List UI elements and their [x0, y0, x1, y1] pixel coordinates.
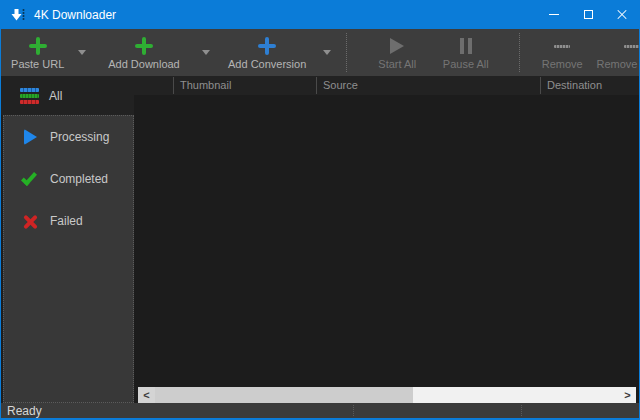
paste-url-dropdown-button[interactable]	[68, 29, 96, 76]
minimize-icon	[549, 14, 559, 15]
download-list-empty	[134, 95, 639, 387]
chevron-down-icon	[78, 50, 86, 55]
start-all-button[interactable]: Start All	[369, 29, 426, 76]
close-button[interactable]	[605, 0, 639, 29]
sidebar-filter-panel: Processing Completed Failed	[3, 115, 134, 403]
close-icon	[616, 9, 628, 21]
minus-icon	[624, 45, 639, 48]
remove-completed-button[interactable]: Remove	[595, 29, 639, 76]
add-conversion-label: Add Conversion	[228, 58, 306, 70]
chevron-down-icon	[202, 50, 210, 55]
pause-all-label: Pause All	[443, 58, 489, 70]
add-download-label: Add Download	[108, 58, 180, 70]
sidebar-item-label: Processing	[50, 130, 109, 144]
horizontal-scrollbar[interactable]: < >	[138, 387, 636, 403]
start-all-label: Start All	[378, 58, 416, 70]
add-conversion-button[interactable]: Add Conversion	[228, 29, 307, 76]
add-conversion-dropdown-button[interactable]	[313, 29, 341, 76]
sidebar-item-label: Completed	[50, 172, 108, 186]
plus-icon	[29, 37, 47, 55]
sidebar-item-processing[interactable]: Processing	[4, 116, 133, 158]
window-controls	[537, 0, 639, 29]
statusbar: Ready	[1, 403, 639, 418]
statusbar-divider	[521, 405, 522, 416]
paste-url-label: Paste URL	[11, 58, 64, 70]
column-header-source[interactable]: Source	[316, 77, 358, 94]
remove-button[interactable]: Remove	[536, 29, 590, 76]
sidebar-item-label: Failed	[50, 214, 83, 228]
column-headers: Thumbnail Source Destination	[134, 76, 639, 95]
maximize-icon	[584, 10, 593, 19]
column-header-destination[interactable]: Destination	[540, 77, 602, 94]
toolbar-separator	[519, 33, 520, 72]
toolbar-separator	[346, 33, 347, 72]
download-list-area: Thumbnail Source Destination < >	[134, 76, 639, 403]
sidebar-item-all[interactable]: All	[1, 76, 134, 115]
pause-all-button[interactable]: Pause All	[437, 29, 494, 76]
add-download-dropdown-button[interactable]	[192, 29, 220, 76]
paste-url-button[interactable]: Paste URL	[7, 29, 68, 76]
statusbar-divider	[353, 405, 354, 416]
failed-x-icon	[23, 214, 38, 229]
scroll-right-arrow[interactable]: >	[619, 387, 636, 403]
scroll-left-arrow[interactable]: <	[138, 387, 155, 403]
titlebar: 4K Downloader	[1, 0, 639, 29]
processing-play-icon	[24, 129, 37, 145]
column-header-thumbnail[interactable]: Thumbnail	[173, 77, 231, 94]
scrollbar-track[interactable]	[413, 387, 619, 403]
status-message: Ready	[1, 404, 42, 418]
sidebar-item-failed[interactable]: Failed	[4, 200, 133, 242]
add-download-button[interactable]: Add Download	[108, 29, 180, 76]
app-window: 4K Downloader Paste URL Add Download Add…	[0, 0, 640, 420]
plus-icon	[135, 37, 153, 55]
minimize-button[interactable]	[537, 0, 571, 29]
sidebar: All Processing Completed Failed	[1, 76, 134, 403]
chevron-down-icon	[323, 50, 331, 55]
minus-icon	[554, 45, 570, 48]
scrollbar-thumb[interactable]	[155, 387, 413, 403]
app-logo-download-arrow-icon	[10, 7, 26, 23]
body: All Processing Completed Failed	[1, 76, 639, 403]
remove-label: Remove	[542, 58, 583, 70]
sidebar-item-completed[interactable]: Completed	[4, 158, 133, 200]
toolbar: Paste URL Add Download Add Conversion St…	[1, 29, 639, 76]
pause-icon	[460, 38, 472, 54]
remove-2-label: Remove	[597, 58, 638, 70]
sidebar-item-label: All	[49, 89, 62, 103]
all-filters-icon	[20, 88, 39, 104]
maximize-button[interactable]	[571, 0, 605, 29]
plus-icon	[258, 37, 276, 55]
play-icon	[390, 38, 404, 54]
window-title: 4K Downloader	[34, 8, 116, 22]
completed-check-icon	[21, 169, 37, 186]
